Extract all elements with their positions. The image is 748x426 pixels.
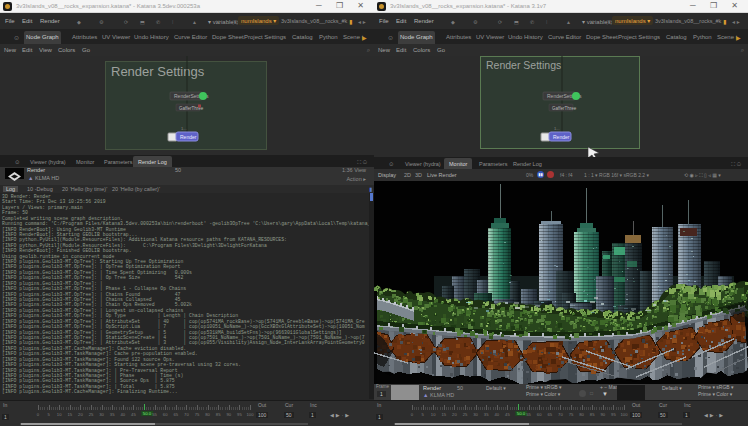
svg-text:1...: 1... [554, 126, 560, 131]
svg-text:1...: 1... [181, 126, 187, 131]
svg-text:Render: Render [553, 134, 570, 140]
svg-text:Render: Render [180, 134, 197, 140]
svg-text:GafferThree: GafferThree [552, 106, 577, 111]
